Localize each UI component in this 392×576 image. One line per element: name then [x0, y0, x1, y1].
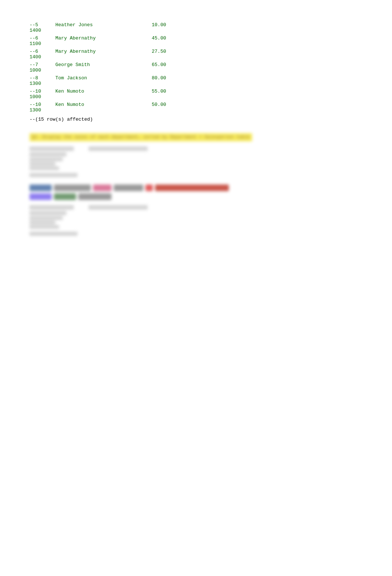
row-id: --5: [30, 22, 55, 28]
table-row: --5Heather Jones10.001400: [30, 22, 362, 33]
blurred-query-text: Q2. Display the sales of each department…: [30, 133, 252, 141]
row-id: --7: [30, 62, 55, 68]
row-name: Tom Jackson: [55, 75, 137, 81]
row-amount: 10.00: [137, 22, 166, 28]
blurred-command-row: [30, 184, 362, 191]
table-row: --6Mary Abernathy27.501400: [30, 49, 362, 60]
blurred-block-1: [30, 146, 362, 177]
row-second-line: 1100: [30, 41, 362, 46]
row-second-line: 1400: [30, 54, 362, 60]
table-row: --7George Smith65.001000: [30, 62, 362, 73]
row-second-line: 1000: [30, 94, 362, 100]
blurred-section: Q2. Display the sales of each department…: [30, 133, 362, 236]
table-row: --10Ken Numoto50.001300: [30, 102, 362, 113]
query-results-section: --5Heather Jones10.001400--6Mary Abernat…: [30, 22, 362, 122]
row-name: Mary Abernathy: [55, 49, 137, 54]
table-row: --6Mary Abernathy45.001100: [30, 35, 362, 46]
table-row: --8Tom Jackson80.001300: [30, 75, 362, 86]
row-id: --6: [30, 35, 55, 41]
blurred-second-line: [30, 193, 362, 200]
row-id: --6: [30, 49, 55, 54]
row-amount: 27.50: [137, 49, 166, 54]
row-name: George Smith: [55, 62, 137, 68]
blurred-block-2: [30, 205, 362, 236]
row-amount: 45.00: [137, 35, 166, 41]
results-table: --5Heather Jones10.001400--6Mary Abernat…: [30, 22, 362, 113]
row-amount: 50.00: [137, 102, 166, 107]
row-id: --10: [30, 102, 55, 107]
row-amount: 80.00: [137, 75, 166, 81]
row-second-line: 1300: [30, 81, 362, 86]
row-second-line: 1300: [30, 107, 362, 113]
row-second-line: 1000: [30, 68, 362, 73]
row-second-line: 1400: [30, 28, 362, 33]
row-name: Mary Abernathy: [55, 35, 137, 41]
row-id: --10: [30, 89, 55, 94]
rows-affected-text: --(15 row(s) affected): [30, 117, 362, 122]
row-id: --8: [30, 75, 55, 81]
row-name: Ken Numoto: [55, 89, 137, 94]
row-amount: 55.00: [137, 89, 166, 94]
table-row: --10Ken Numoto55.001000: [30, 89, 362, 100]
row-amount: 65.00: [137, 62, 166, 68]
row-name: Heather Jones: [55, 22, 137, 28]
row-name: Ken Numoto: [55, 102, 137, 107]
